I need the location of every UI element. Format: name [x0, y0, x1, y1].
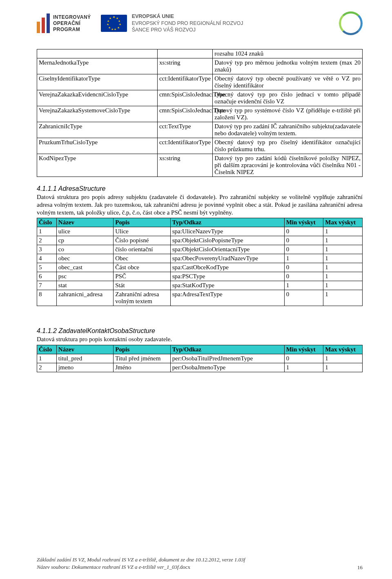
page-footer: Základní zadání IS VZ, Modul rozhraní IS… [37, 556, 363, 571]
iop-bars-icon [37, 13, 50, 33]
section-para-adresa: Datová struktura pro popis adresy subjek… [37, 193, 363, 216]
table-row: KodNipezTypexs:stringDatový typ pro zadá… [37, 154, 363, 177]
table-row: VerejnaZakazkaSystemoveCisloTypecmn:Spis… [37, 106, 363, 122]
zadavatel-table: Číslo Název Popis Typ/Odkaz Min výskyt M… [37, 345, 363, 372]
eu-line2: EVROPSKÝ FOND PRO REGIONÁLNÍ ROZVOJ [132, 20, 243, 27]
table-header: Číslo Název Popis Typ/Odkaz Min výskyt M… [37, 218, 363, 227]
table-row: 6pscPSČspa:PSCType01 [37, 272, 363, 281]
table-row: ZahranicniIcTypecct:TextTypeDatový typ p… [37, 122, 363, 138]
table-row: MernaJednotkaTypexs:stringDatový typ pro… [37, 58, 363, 74]
eu-line3: ŠANCE PRO VÁŠ ROZVOJ [132, 27, 243, 34]
table-row: 4obecObecspa:ObecPoverenyUradNazevType11 [37, 254, 363, 263]
table-row: 1uliceUlicespa:UliceNazevType01 [37, 227, 363, 236]
adresa-table: Číslo Název Popis Typ/Odkaz Min výskyt M… [37, 218, 363, 306]
eu-logo: ★★ ★★ ★★ ★★ ★★ ★★ EVROPSKÁ UNIE EVROPSKÝ… [101, 13, 243, 34]
iop-line1: INTEGROVANÝ [53, 14, 91, 20]
table-row: CiselnyIdentifikatorTypecct:Identifikato… [37, 74, 363, 90]
footer-line2: Název souboru: Dokumentace rozhraní IS V… [37, 563, 245, 571]
page-number: 16 [357, 564, 363, 571]
section-heading-adresa: 4.1.1.1 AdresaStructure [37, 185, 363, 192]
header-banner: INTEGROVANÝ OPERAČNÍ PROGRAM ★★ ★★ ★★ ★★… [37, 11, 363, 35]
footer-line1: Základní zadání IS VZ, Modul rozhraní IS… [37, 556, 245, 563]
table-row: 7statStátspa:StatKodType11 [37, 281, 363, 290]
table-header: Číslo Název Popis Typ/Odkaz Min výskyt M… [37, 345, 363, 354]
eu-flag-icon: ★★ ★★ ★★ ★★ ★★ ★★ [101, 15, 127, 32]
iop-logo: INTEGROVANÝ OPERAČNÍ PROGRAM [37, 13, 91, 33]
table-row: rozsahu 1024 znaků [37, 49, 363, 58]
table-row: 2cpČíslo popisnéspa:ObjektCisloPopisneTy… [37, 236, 363, 245]
iop-line3: PROGRAM [53, 27, 91, 33]
iop-line2: OPERAČNÍ [53, 20, 91, 27]
table-row: PruzkumTrhuCisloTypecct:IdentifikatorTyp… [37, 138, 363, 154]
table-row: 2jmenoJménoper:OsobaJmenoType11 [37, 363, 363, 372]
table-row: 8zahranicni_adresaZahraniční adresa voln… [37, 290, 363, 306]
section-para-zadavatel: Datová struktura pro popis kontaktní oso… [37, 335, 363, 343]
table-row: VerejnaZakazkaEvidencniCisloTypecmn:Spis… [37, 90, 363, 106]
table-row: 5obec_castČást obcespa:CastObceKodType01 [37, 263, 363, 272]
section-heading-zadavatel: 4.1.1.2 ZadavatelKontaktOsobaStructure [37, 327, 363, 335]
eu-line1: EVROPSKÁ UNIE [132, 13, 243, 20]
ministry-ring-icon [339, 11, 363, 35]
table-row: 1titul_predTitul před jménemper:OsobaTit… [37, 354, 363, 363]
datatypes-table: rozsahu 1024 znaků MernaJednotkaTypexs:s… [37, 49, 363, 177]
table-row: 3cočíslo orientačníspa:ObjektCisloOrient… [37, 245, 363, 254]
